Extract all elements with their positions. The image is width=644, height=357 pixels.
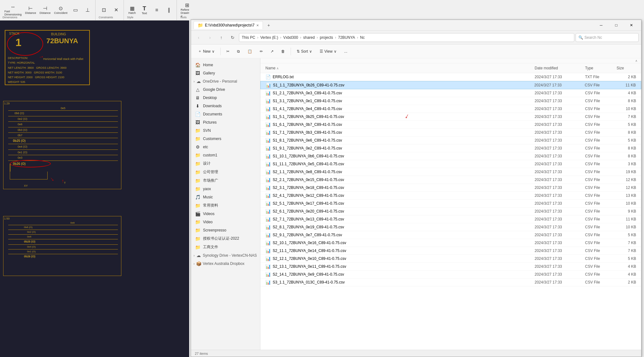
table-row[interactable]: 📊 S1_11.1_72BUNYA_0e5_C89-41-0.75.csv 20… xyxy=(260,160,641,168)
explorer-tab[interactable]: 📁 E:\Vxbd300\shared\projects\7 ✕ xyxy=(194,21,263,29)
sidebar-item-sheji[interactable]: 📁 设计 xyxy=(191,159,260,168)
text-button[interactable]: T Text xyxy=(139,5,150,15)
sort-button[interactable]: ⇅ Sort ∨ xyxy=(293,48,315,55)
table-row[interactable]: 📊 S1_6.1_72BUNYA_0b7_C89-41-0.75.csv 202… xyxy=(260,121,641,129)
sidebar-item-downloads[interactable]: ⬇ Downloads xyxy=(191,102,260,110)
sidebar-item-sqsz[interactable]: 📁 授权书公证认证-2022 xyxy=(191,234,260,243)
refresh-button[interactable]: ↻ xyxy=(228,32,238,43)
table-row[interactable]: 📊 S2_1.1_72BUNYA_0e8_C89-41-0.75.csv 202… xyxy=(260,168,641,176)
sidebar-item-customers[interactable]: 📁 Customers xyxy=(191,135,260,143)
table-row[interactable]: 📊 S2_9.1_72BUNYA_0e7_C89-41-0.75.csv 202… xyxy=(260,231,641,239)
col-date[interactable]: Date modified xyxy=(533,65,584,72)
more-button[interactable]: ... xyxy=(341,48,351,55)
table-row[interactable]: 📊 S2_14.1_72BUNYA_0e9_C89-41-0.75.csv 20… xyxy=(260,271,641,278)
table-row[interactable]: 📊 S1_9.1_72BUNYA_0e2_C89-41-0.75.csv 202… xyxy=(260,144,641,152)
new-tab-button[interactable]: + xyxy=(264,21,273,30)
constraint1-button[interactable]: ⊡ xyxy=(98,7,109,13)
minimize-button[interactable]: ─ xyxy=(594,20,608,30)
addr-shared[interactable]: shared xyxy=(303,35,315,40)
sidebar-item-custom1[interactable]: 📁 custom1 xyxy=(191,151,260,159)
maximize-button[interactable]: □ xyxy=(609,20,624,30)
paste-button[interactable]: 📋 xyxy=(244,48,255,55)
table-row[interactable]: 📊 S2_11.1_72BUNYA_0e14_C89-41-0.75.csv 2… xyxy=(260,247,641,255)
address-bar[interactable]: This PC › Vertex (E:) › Vxbd300 › shared… xyxy=(239,33,574,42)
addr-vxbd300[interactable]: Vxbd300 xyxy=(283,35,298,40)
sidebar-item-videos[interactable]: 🎬 Videos xyxy=(191,210,260,218)
sidebar-item-desktop[interactable]: 🖥 Desktop xyxy=(191,94,260,102)
addr-this-pc[interactable]: This PC xyxy=(242,35,255,40)
toolbar-btn-1[interactable]: ▭ xyxy=(70,7,81,13)
table-row[interactable]: 📊 S2_4.1_72BUNYA_0e12_C89-41-0.75.csv 20… xyxy=(260,192,641,200)
sidebar-item-screenpresso[interactable]: 📁 Screenpresso xyxy=(191,226,260,234)
style1-button[interactable]: ≡ xyxy=(151,7,162,13)
sidebar-item-sctz[interactable]: 📁 市场推广 xyxy=(191,176,260,185)
share-button[interactable]: ↗ xyxy=(267,48,277,55)
table-row[interactable]: 📊 S1_5.1_72BUNYA_0b25_C89-41-0.75.csv 20… xyxy=(260,113,641,121)
constraint2-button[interactable]: ✕ xyxy=(110,7,122,13)
hatch-button[interactable]: ▦ Hatch xyxy=(126,5,138,15)
sidebar-item-cyzl[interactable]: 📁 常用资料 xyxy=(191,201,260,210)
col-name[interactable]: Name ∧ xyxy=(264,65,533,72)
coincident-button[interactable]: ⊙ Coincident xyxy=(53,5,69,15)
table-row[interactable]: 📊 S1_4.1_72BUNYA_0e4_C89-41-0.75.csv 202… xyxy=(260,105,641,113)
table-row[interactable]: 📊 S1_10.1_72BUNYA_0b6_C89-41-0.75.csv 20… xyxy=(260,152,641,160)
sidebar-video-label: Video xyxy=(203,220,212,224)
cut-button[interactable]: ✂ xyxy=(223,48,233,55)
table-row[interactable]: 📊 S2_6.1_72BUNYA_0e20_C89-41-0.75.csv 20… xyxy=(260,208,641,215)
forward-button[interactable]: › xyxy=(205,32,215,43)
col-size[interactable]: Size xyxy=(615,65,637,72)
sidebar-item-gsgl[interactable]: 📁 公司管理 xyxy=(191,168,260,176)
table-row[interactable]: 📄 ERRLOG.txt 2024/3/27 17:33 TXT File 2 … xyxy=(260,73,641,81)
sidebar-item-svn[interactable]: 📁 SVN xyxy=(191,126,260,135)
sidebar-item-yaox[interactable]: 📁 yaox xyxy=(191,185,260,193)
table-row[interactable]: 📊 S2_5.1_72BUNYA_0e17_C89-41-0.75.csv 20… xyxy=(260,200,641,208)
copy-button[interactable]: ⧉ xyxy=(234,48,243,55)
addr-nc[interactable]: Nc xyxy=(360,35,365,40)
sidebar-item-pictures[interactable]: 🖼 Pictures xyxy=(191,118,260,126)
table-row[interactable]: 📊 S1_2.1_72BUNYA_0e3_C89-41-0.75.csv 202… xyxy=(260,89,641,97)
table-row[interactable]: 📊 S2_3.1_72BUNYA_0e18_C89-41-0.75.csv 20… xyxy=(260,184,641,192)
file-list[interactable]: ∧ Name ∧ Date modified Type Size xyxy=(260,58,641,350)
table-row[interactable]: 📊 S1_1.1_72BUNYA_0b26_C89-41-0.75.csv 20… xyxy=(260,81,641,89)
addr-projects[interactable]: projects xyxy=(320,35,333,40)
table-row[interactable]: 📊 S2_2.1_72BUNYA_0e15_C89-41-0.75.csv 20… xyxy=(260,176,641,184)
sidebar-item-gswj[interactable]: 📁 工商文件 xyxy=(191,243,260,251)
toolbar-btn-2[interactable]: ⊥ xyxy=(82,7,93,13)
sidebar-item-google-drive[interactable]: △ Google Drive xyxy=(191,85,260,94)
delete-button[interactable]: 🗑 xyxy=(278,48,288,55)
table-row[interactable]: 📊 S1_8.1_72BUNYA_0e6_C89-41-0.75.csv 202… xyxy=(260,137,641,144)
new-button[interactable]: ＋ New ∨ xyxy=(195,47,218,55)
table-row[interactable]: 📊 S2_13.1_72BUNYA_0e11_C89-41-0.75.csv 2… xyxy=(260,263,641,271)
sidebar-item-home[interactable]: 🏠 Home xyxy=(191,61,260,69)
fast-dimensioning-button[interactable]: ↔ FastDimensioning xyxy=(3,4,23,17)
search-bar[interactable]: 🔍 Search Nc xyxy=(576,33,639,42)
sidebar-item-gallery[interactable]: 🖼 Gallery xyxy=(191,69,260,77)
rename-button[interactable]: ✏ xyxy=(257,48,266,55)
back-button[interactable]: ‹ xyxy=(194,32,204,43)
table-row[interactable]: 📊 S2_12.1_72BUNYA_0e10_C89-41-0.75.csv 2… xyxy=(260,255,641,263)
sidebar-item-documents[interactable]: 📄 Documents xyxy=(191,110,260,118)
table-row[interactable]: 📊 S2_7.1_72BUNYA_0e13_C89-41-0.75.csv 20… xyxy=(260,215,641,223)
addr-vertex[interactable]: Vertex (E:) xyxy=(260,35,278,40)
distance-button[interactable]: ⊢ Distance xyxy=(24,5,38,15)
distance2-button[interactable]: ⊣ Distance xyxy=(38,5,52,15)
up-button[interactable]: ↑ xyxy=(216,32,226,43)
style2-button[interactable]: ∥ xyxy=(163,7,175,13)
table-row[interactable]: 📊 S1_7.1_72BUNYA_0b3_C89-41-0.75.csv 202… xyxy=(260,129,641,137)
sidebar-item-music[interactable]: 🎵 Music xyxy=(191,193,260,201)
sidebar-item-dropbox[interactable]: › 📦 Vertex Australia Dropbox xyxy=(191,260,260,268)
table-row[interactable]: 📊 S1_3.1_72BUNYA_0e1_C89-41-0.75.csv 202… xyxy=(260,97,641,105)
sidebar-item-onedrive[interactable]: › ☁ OneDrive - Personal xyxy=(191,77,260,85)
view-button[interactable]: ☰ View ∨ xyxy=(316,48,340,55)
close-button[interactable]: ✕ xyxy=(624,20,639,30)
table-row[interactable]: 📊 S2_10.1_72BUNYA_0e16_C89-41-0.75.csv 2… xyxy=(260,239,641,247)
col-type[interactable]: Type xyxy=(584,65,615,72)
addr-72bunya[interactable]: 72BUNYA xyxy=(338,35,355,40)
sidebar-item-synology[interactable]: › ☁ Synology Drive - VertexCN-NAS xyxy=(191,251,260,260)
sidebar-item-etc[interactable]: ⚙ etc xyxy=(191,143,260,151)
tab-close-button[interactable]: ✕ xyxy=(256,24,259,27)
file-size: 12 KB xyxy=(615,185,637,190)
sidebar-item-video[interactable]: 📁 Video xyxy=(191,218,260,226)
table-row[interactable]: 📊 S2_8.1_72BUNYA_0e19_C89-41-0.75.csv 20… xyxy=(260,223,641,231)
table-row[interactable]: 📊 S3_1.1_72BUNYA_013C_C89-41-0.75.csv 20… xyxy=(260,278,641,286)
